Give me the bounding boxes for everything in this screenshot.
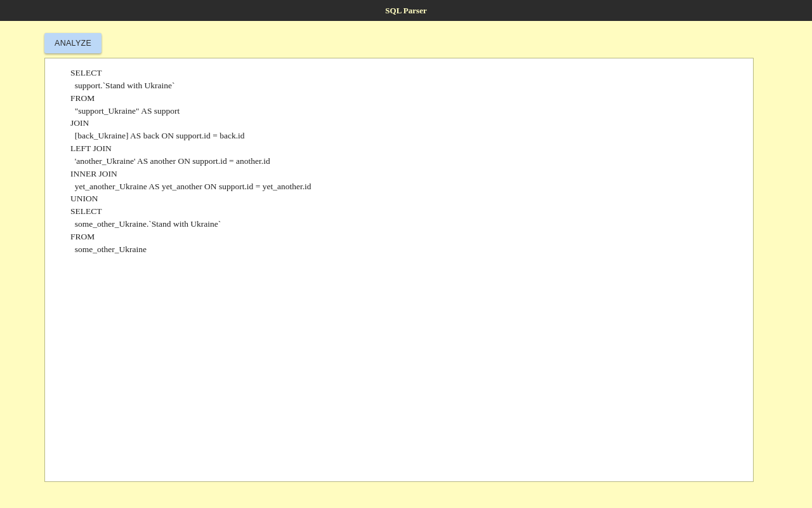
app-header: SQL Parser <box>0 0 812 21</box>
analyze-button[interactable]: ANALYZE <box>44 33 102 53</box>
sql-input[interactable] <box>44 58 754 482</box>
app-title: SQL Parser <box>385 6 426 16</box>
main-content: ANALYZE <box>0 21 812 501</box>
